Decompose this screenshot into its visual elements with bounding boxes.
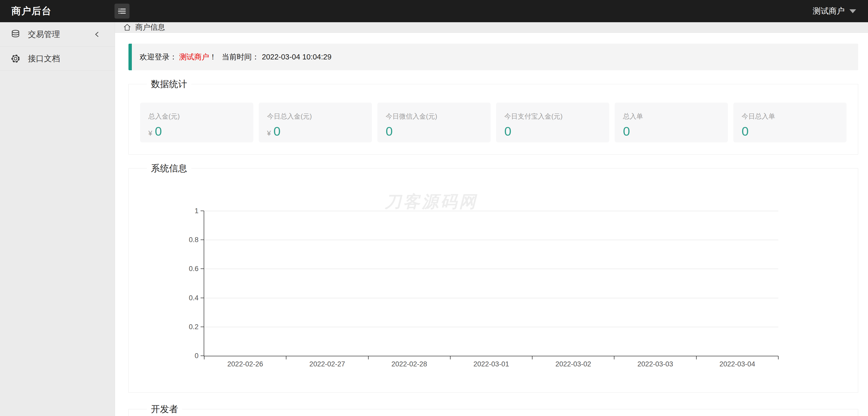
chevron-left-icon xyxy=(94,31,100,38)
merchant-name: 测试商户 xyxy=(179,52,209,62)
sidebar-item-trade-management[interactable]: 交易管理 xyxy=(0,22,115,46)
content: 欢迎登录： 测试商户 ！ 当前时间： 2022-03-04 10:04:29 数… xyxy=(115,33,868,416)
x-tick-label: 2022-02-28 xyxy=(391,360,427,368)
y-tick-label: 0.8 xyxy=(189,236,198,244)
currency-symbol: ¥ xyxy=(267,129,271,137)
time-label: 当前时间： xyxy=(222,52,259,62)
top-bar: 商户后台 测试商户 xyxy=(0,0,868,22)
y-gridline xyxy=(204,240,778,240)
y-tick-label: 0 xyxy=(195,352,198,360)
y-axis-tick xyxy=(200,298,204,298)
stat-card-alipay-in: 今日支付宝入金(元) 0 xyxy=(496,103,609,142)
caret-down-icon xyxy=(849,9,856,13)
home-icon xyxy=(123,23,131,32)
gear-icon xyxy=(10,54,21,64)
y-gridline xyxy=(204,211,778,211)
stat-card-total-orders: 总入单 0 xyxy=(615,103,728,142)
y-tick-label: 1 xyxy=(195,207,198,215)
x-axis-tick xyxy=(532,356,532,359)
y-axis-tick xyxy=(200,239,204,240)
stat-card-value: 0 xyxy=(274,124,280,138)
sidebar: 交易管理 接口文档 xyxy=(0,22,115,416)
y-tick-label: 0.4 xyxy=(189,294,198,302)
sidebar-toggle-button[interactable] xyxy=(115,4,129,19)
stat-card-label: 今日支付宝入金(元) xyxy=(504,112,609,121)
stat-card-wechat-in: 今日微信入金(元) 0 xyxy=(377,103,491,142)
x-tick-label: 2022-03-03 xyxy=(638,360,673,368)
main-area: 商户信息 欢迎登录： 测试商户 ！ 当前时间： 2022-03-04 10:04… xyxy=(115,22,868,416)
stat-card-value: 0 xyxy=(742,124,749,138)
x-axis-tick xyxy=(614,356,614,359)
x-axis-tick xyxy=(778,356,779,359)
y-axis-tick xyxy=(200,356,204,356)
stat-card-value: 0 xyxy=(623,124,630,138)
chart-plot-area: 10.80.60.40.202022-02-262022-02-272022-0… xyxy=(204,211,778,356)
stats-section: 数据统计 总入金(元) ¥0 今日总入金(元) ¥0 今日微信入金(元) 0 xyxy=(128,78,858,155)
app-title: 商户后台 xyxy=(11,0,52,22)
watermark: 刀客源码网 xyxy=(384,190,478,213)
x-axis-tick xyxy=(368,356,369,359)
user-menu[interactable]: 测试商户 xyxy=(813,0,856,22)
x-axis-tick xyxy=(286,356,286,359)
sidebar-item-label: 交易管理 xyxy=(28,29,60,40)
y-tick-label: 0.2 xyxy=(189,323,198,331)
sidebar-item-api-docs[interactable]: 接口文档 xyxy=(0,46,115,71)
y-gridline xyxy=(204,269,778,269)
developer-section: 开发者 xyxy=(128,403,858,416)
x-axis-tick xyxy=(450,356,451,359)
currency-symbol: ¥ xyxy=(148,129,152,137)
breadcrumb-label: 商户信息 xyxy=(135,22,165,33)
y-axis-tick xyxy=(200,268,204,269)
y-gridline xyxy=(204,327,778,327)
y-tick-label: 0.6 xyxy=(189,265,198,273)
welcome-banner: 欢迎登录： 测试商户 ！ 当前时间： 2022-03-04 10:04:29 xyxy=(128,44,858,70)
stat-card-value: 0 xyxy=(504,124,511,138)
stat-card-total-in: 总入金(元) ¥0 xyxy=(140,103,253,142)
chart: 刀客源码网 10.80.60.40.202022-02-262022-02-27… xyxy=(140,174,846,379)
stat-card-label: 总入单 xyxy=(623,112,728,121)
database-icon xyxy=(10,29,21,39)
user-name: 测试商户 xyxy=(813,6,845,17)
stat-card-value: 0 xyxy=(155,124,162,138)
breadcrumb: 商户信息 xyxy=(115,22,868,33)
system-info-section: 系统信息 刀客源码网 10.80.60.40.202022-02-262022-… xyxy=(128,162,858,393)
stat-card-today-orders: 今日总入单 0 xyxy=(733,103,846,142)
stat-card-label: 总入金(元) xyxy=(148,112,253,121)
x-tick-label: 2022-02-27 xyxy=(309,360,345,368)
x-axis-tick xyxy=(204,356,205,359)
stat-card-label: 今日总入单 xyxy=(742,112,846,121)
current-time: 2022-03-04 10:04:29 xyxy=(262,53,331,61)
stat-card-label: 今日总入金(元) xyxy=(267,112,372,121)
x-tick-label: 2022-02-26 xyxy=(227,360,263,368)
sidebar-item-label: 接口文档 xyxy=(28,53,60,64)
y-axis-tick xyxy=(200,211,204,211)
developer-section-title: 开发者 xyxy=(147,403,182,415)
system-section-title: 系统信息 xyxy=(147,162,191,174)
y-axis-tick xyxy=(200,327,204,327)
stat-card-today-in: 今日总入金(元) ¥0 xyxy=(259,103,372,142)
welcome-bang: ！ xyxy=(209,52,217,62)
welcome-prefix: 欢迎登录： xyxy=(140,52,177,62)
x-tick-label: 2022-03-01 xyxy=(473,360,509,368)
list-icon xyxy=(117,6,127,16)
stat-card-label: 今日微信入金(元) xyxy=(386,112,491,121)
x-tick-label: 2022-03-02 xyxy=(556,360,591,368)
stat-cards-row: 总入金(元) ¥0 今日总入金(元) ¥0 今日微信入金(元) 0 今日支付宝入… xyxy=(140,103,846,142)
stat-card-value: 0 xyxy=(386,124,393,138)
x-axis-tick xyxy=(696,356,696,359)
stats-section-title: 数据统计 xyxy=(147,78,191,90)
x-tick-label: 2022-03-04 xyxy=(719,360,755,368)
y-gridline xyxy=(204,298,778,298)
